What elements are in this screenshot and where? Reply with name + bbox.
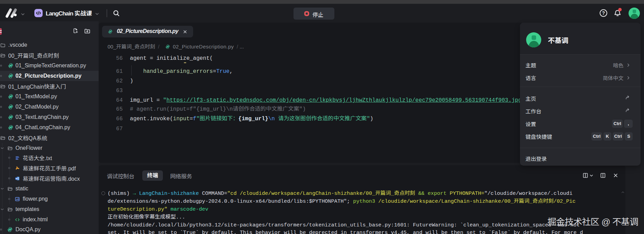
svg-text:W: W <box>15 178 18 180</box>
